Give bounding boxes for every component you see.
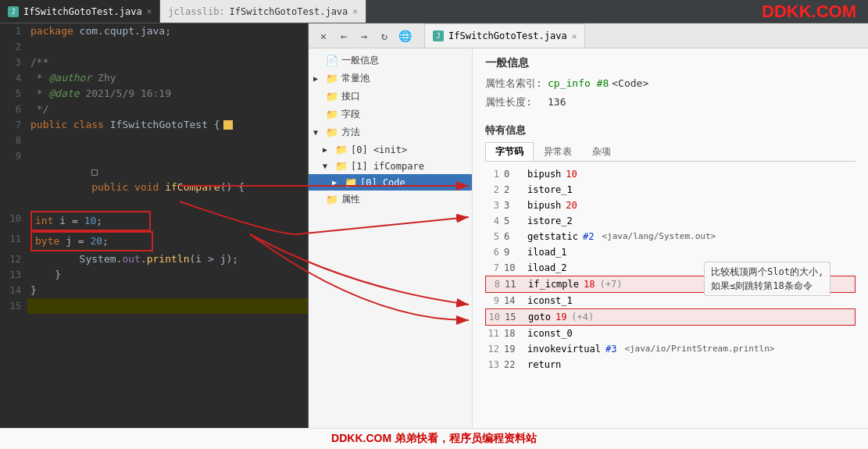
bc-row-4: 4 5 istore_2: [485, 213, 855, 229]
detail-attr-index-value: cp_info #8: [548, 77, 609, 89]
code-line-4: 4 * @author Zhy: [0, 70, 308, 86]
detail-attr-length-row: 属性长度: 136: [485, 95, 855, 109]
code-line-11: 11 byte j = 20;: [0, 231, 308, 251]
code-line-9: 9 public void ifCompare() {: [0, 148, 308, 211]
code-line-2: 2: [0, 39, 308, 55]
tree-item-interface[interactable]: 📁 接口: [309, 87, 472, 105]
jclass-tab-prefix: jclasslib:: [168, 6, 224, 17]
special-section-title: 特有信息: [485, 123, 855, 137]
forward-button[interactable]: →: [355, 27, 373, 45]
editor-tab-label: IfSwitchGotoTest.java: [23, 6, 142, 17]
annotation-note: 比较栈顶两个Slot的大小, 如果≤则跳转第18条命令: [704, 262, 830, 296]
jclass-file-tab-label: IfSwitchGotoTest.java: [448, 30, 567, 41]
bc-tab-bytecode[interactable]: 字节码: [485, 142, 534, 161]
bc-row-12: 12 19 invokevirtual #3 <java/io/PrintStr…: [485, 341, 855, 357]
bytecode-table: 1 0 bipush 10 2 2 istore_1 3 3: [485, 166, 855, 372]
jclass-file-tab[interactable]: J IfSwitchGotoTest.java ✕: [424, 23, 585, 48]
jclass-file-icon: J: [433, 30, 444, 41]
code-line-1: 1 package com.cqupt.java;: [0, 23, 308, 39]
bc-tab-exceptions[interactable]: 异常表: [534, 142, 582, 161]
ddkk-logo: DDKK.COM: [750, 0, 868, 23]
editor-tab-close[interactable]: ✕: [147, 6, 152, 16]
tree-item-fields[interactable]: 📁 字段: [309, 105, 472, 123]
detail-attr-length-label: 属性长度:: [485, 95, 548, 109]
detail-attr-index-row: 属性名索引: cp_info #8 <Code>: [485, 77, 855, 91]
bc-row-13: 13 22 return: [485, 357, 855, 372]
code-line-13: 13 }: [0, 267, 308, 283]
jclass-panel: ✕ ← → ↻ 🌐 J IfSwitchGotoTest.java ✕ 📄 一般…: [309, 23, 868, 428]
jclass-file-tab-close[interactable]: ✕: [572, 31, 577, 41]
detail-attr-index-extra: <Code>: [612, 77, 648, 89]
code-line-7: 7 public class IfSwitchGotoTest {: [0, 117, 308, 133]
tree-item-code[interactable]: ▶ 📁 [0] Code: [309, 174, 472, 191]
bc-row-2: 2 2 istore_1: [485, 182, 855, 198]
jclass-toolbar: ✕ ← → ↻ 🌐 J IfSwitchGotoTest.java ✕: [309, 23, 868, 48]
detail-section-title: 一般信息: [485, 56, 855, 70]
bc-row-5: 5 6 getstatic #2 <java/lang/System.out>: [485, 229, 855, 244]
bc-tab-misc[interactable]: 杂项: [582, 142, 621, 161]
code-line-14: 14 }: [0, 283, 308, 298]
code-line-6: 6 */: [0, 102, 308, 117]
detail-attr-length-value: 136: [548, 96, 566, 108]
back-button[interactable]: ←: [335, 27, 352, 45]
refresh-button[interactable]: ↻: [376, 27, 393, 45]
bc-row-6: 6 9 iload_1: [485, 244, 855, 260]
bytecode-tabs: 字节码 异常表 杂项: [485, 142, 855, 162]
globe-button[interactable]: 🌐: [396, 27, 413, 45]
tree-item-general[interactable]: 📄 一般信息: [309, 52, 472, 69]
jclass-detail: 一般信息 属性名索引: cp_info #8 <Code> 属性长度: 136 …: [473, 48, 868, 428]
tree-item-attrs[interactable]: 📁 属性: [309, 191, 472, 208]
java-file-icon: J: [8, 6, 19, 17]
main-content: 1 package com.cqupt.java; 2 3 /** 4 * @a…: [0, 23, 868, 428]
code-line-15: 15 ​: [0, 298, 308, 314]
jclass-main-tab[interactable]: jclasslib: IfSwitchGotoTest.java ✕: [160, 0, 366, 23]
code-line-8: 8: [0, 133, 308, 148]
close-button[interactable]: ✕: [315, 27, 332, 45]
jclass-tab-close[interactable]: ✕: [352, 6, 358, 16]
jclass-tab-label: IfSwitchGotoTest.java: [230, 6, 348, 17]
bc-row-11: 11 18 iconst_0: [485, 326, 855, 341]
footer-banner: DDKK.COM 弟弟快看，程序员编程资料站: [0, 428, 868, 449]
bc-row-10: 10 15 goto 19 (+4): [485, 308, 855, 326]
tab-bar: J IfSwitchGotoTest.java ✕ jclasslib: IfS…: [0, 0, 868, 23]
code-line-10: 10 int i = 10;: [0, 211, 308, 231]
detail-attr-index-label: 属性名索引:: [485, 77, 548, 91]
jclass-tree: 📄 一般信息 ▶ 📁 常量池 📁 接口 📁: [309, 48, 473, 428]
editor-tab[interactable]: J IfSwitchGotoTest.java ✕: [0, 0, 160, 23]
tree-item-init[interactable]: ▶ 📁 [0] <init>: [309, 141, 472, 158]
bc-row-3: 3 3 bipush 20: [485, 198, 855, 213]
code-panel: 1 package com.cqupt.java; 2 3 /** 4 * @a…: [0, 23, 309, 428]
jclass-content: 📄 一般信息 ▶ 📁 常量池 📁 接口 📁: [309, 48, 868, 428]
code-line-12: 12 System.out.println(i > j);: [0, 251, 308, 267]
tree-item-ifcompare[interactable]: ▼ 📁 [1] ifCompare: [309, 158, 472, 174]
bc-row-1: 1 0 bipush 10: [485, 166, 855, 182]
code-line-5: 5 * @date 2021/5/9 16:19: [0, 86, 308, 102]
code-area[interactable]: 1 package com.cqupt.java; 2 3 /** 4 * @a…: [0, 23, 308, 428]
tree-item-methods[interactable]: ▼ 📁 方法: [309, 123, 472, 141]
tree-item-constpool[interactable]: ▶ 📁 常量池: [309, 69, 472, 87]
code-line-3: 3 /**: [0, 55, 308, 70]
